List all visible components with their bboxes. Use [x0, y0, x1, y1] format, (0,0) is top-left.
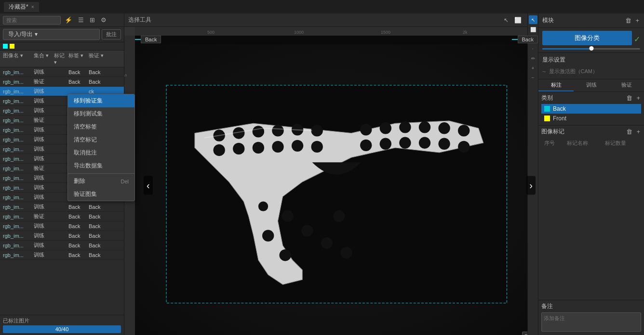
- nav-next-btn[interactable]: ›: [526, 176, 536, 195]
- category-front-color: [544, 116, 550, 121]
- category-add-icon[interactable]: +: [635, 94, 641, 102]
- td-set: 训练: [34, 145, 54, 153]
- annotation-tabs: 标注 训练 验证: [538, 79, 644, 92]
- classify-button[interactable]: 图像分类: [542, 31, 632, 45]
- marks-add-icon[interactable]: +: [635, 128, 641, 135]
- notes-section: 备注: [538, 300, 644, 335]
- tab-close-btn[interactable]: ×: [31, 4, 34, 10]
- ruler-mark-1500: 1500: [381, 30, 390, 35]
- header-set[interactable]: 集合 ▾: [34, 52, 54, 65]
- table-row[interactable]: rgb_im... 训练 Back Back: [0, 67, 124, 77]
- color-dot-cyan: [3, 44, 8, 49]
- import-export-button[interactable]: 导入/导出 ▾: [3, 29, 100, 40]
- classify-confirm-btn[interactable]: ✓: [634, 35, 640, 44]
- top-label-left: Back: [135, 36, 161, 43]
- brush-icon[interactable]: ✏: [529, 54, 537, 63]
- layout-icon[interactable]: ⊞: [88, 15, 97, 25]
- category-back[interactable]: Back: [541, 104, 641, 114]
- td-img: rgb_im...: [0, 69, 34, 75]
- cyan-bar-left: [135, 39, 141, 40]
- point-icon[interactable]: ·: [529, 44, 537, 53]
- search-input[interactable]: [3, 16, 61, 25]
- nav-prev-btn[interactable]: ‹: [144, 176, 153, 195]
- context-menu-item[interactable]: 清空标签: [68, 120, 134, 133]
- context-menu-item[interactable]: 移到验证集: [68, 94, 134, 107]
- svg-point-26: [282, 210, 293, 221]
- table-row[interactable]: rgb_im... 验证 Back Back: [0, 77, 124, 87]
- context-menu-item[interactable]: 验证图集: [68, 188, 134, 201]
- td-set: 训练: [34, 126, 54, 133]
- annotated-label: 已标注图片: [3, 317, 121, 324]
- td-set: 验证: [34, 213, 54, 220]
- image-viewport[interactable]: Back Back: [135, 36, 538, 335]
- context-menu-label: 移到测试集: [74, 110, 103, 118]
- td-set: 训练: [34, 97, 54, 104]
- svg-point-15: [379, 122, 391, 134]
- td-set: 验证: [34, 78, 54, 85]
- td-img: rgb_im...: [0, 233, 34, 239]
- td-set: 训练: [34, 136, 54, 143]
- svg-point-22: [399, 137, 411, 148]
- td-img: rgb_im...: [0, 194, 34, 200]
- sort-icon[interactable]: ☰: [76, 15, 86, 25]
- context-menu-item[interactable]: 取消批注: [68, 146, 134, 159]
- table-row[interactable]: rgb_im... 验证 Back Back: [0, 212, 124, 221]
- zoom-out-icon[interactable]: −: [529, 73, 537, 82]
- module-delete-icon[interactable]: 🗑: [624, 17, 632, 24]
- context-menu-label: 清空标记: [74, 136, 97, 144]
- module-add-icon[interactable]: +: [634, 17, 640, 24]
- td-img: rgb_im...: [0, 214, 34, 219]
- marks-delete-icon[interactable]: 🗑: [625, 128, 633, 135]
- table-row[interactable]: rgb_im... 训练 Back Back: [0, 202, 124, 212]
- table-row[interactable]: rgb_im... 训练 Back Back: [0, 221, 124, 231]
- svg-point-14: [360, 124, 372, 135]
- title-bar: 冷藏器* ×: [0, 0, 644, 13]
- header-tag1[interactable]: 标签 ▾: [68, 52, 89, 65]
- box-tool-btn[interactable]: ⬜: [512, 16, 523, 24]
- td-img: rgb_im...: [0, 137, 34, 142]
- filter-icon[interactable]: ⚡: [63, 15, 74, 25]
- title-tab[interactable]: 冷藏器* ×: [4, 2, 39, 12]
- table-row[interactable]: rgb_im... 训练 Back Back: [0, 241, 124, 250]
- context-menu-item[interactable]: 移到测试集: [68, 107, 134, 120]
- td-set: 训练: [34, 174, 54, 181]
- cursor-tool-btn[interactable]: ↖: [502, 16, 510, 24]
- notes-textarea[interactable]: [541, 312, 641, 332]
- classify-section: 图像分类 ✓: [538, 28, 644, 53]
- header-image[interactable]: 图像名 ▾: [0, 52, 34, 65]
- svg-point-24: [438, 138, 450, 149]
- td-tag2: Back: [89, 214, 109, 219]
- category-delete-icon[interactable]: 🗑: [625, 94, 633, 102]
- tab-annotate[interactable]: 标注: [538, 79, 574, 91]
- td-tag1: Back: [68, 243, 89, 248]
- context-menu-item[interactable]: 删除Del: [68, 175, 134, 188]
- header-mark[interactable]: 标记 ▾: [54, 52, 68, 65]
- td-img: rgb_im...: [0, 166, 34, 171]
- marks-col-name: 标记名称: [565, 139, 602, 148]
- svg-point-32: [258, 201, 268, 211]
- settings-icon[interactable]: ⚙: [99, 15, 108, 25]
- td-set: 训练: [34, 68, 54, 76]
- classify-slider[interactable]: [542, 48, 640, 50]
- table-row[interactable]: rgb_im... 训练 Back Back: [0, 231, 124, 241]
- table-row[interactable]: rgb_im... 训练 Back Back: [0, 250, 124, 260]
- td-img: rgb_im...: [0, 146, 34, 152]
- main-layout: ⚡ ☰ ⊞ ⚙ 导入/导出 ▾ 批注 图像名 ▾ 集合 ▾ 标记 ▾ 标签 ▾ …: [0, 13, 644, 335]
- annotate-button[interactable]: 批注: [102, 29, 121, 39]
- td-img: rgb_im...: [0, 252, 34, 258]
- tab-verify[interactable]: 验证: [609, 79, 644, 91]
- category-front[interactable]: Front: [541, 114, 641, 123]
- td-tag1: Back: [68, 69, 89, 75]
- left-panel: ⚡ ☰ ⊞ ⚙ 导入/导出 ▾ 批注 图像名 ▾ 集合 ▾ 标记 ▾ 标签 ▾ …: [0, 13, 124, 335]
- tab-train[interactable]: 训练: [574, 79, 609, 91]
- display-settings-section: 显示设置 ~ 显示激活图（CAM）: [538, 53, 644, 79]
- td-tag1: Back: [68, 223, 89, 229]
- context-menu-item[interactable]: 导出数据集: [68, 159, 134, 172]
- td-tag2: Back: [89, 252, 109, 258]
- header-tag2[interactable]: 验证 ▾: [89, 52, 109, 65]
- zoom-in-icon[interactable]: +: [529, 64, 537, 72]
- context-menu-label: 验证图集: [74, 190, 97, 198]
- context-menu-item[interactable]: 清空标记: [68, 133, 134, 146]
- td-set: 训练: [34, 107, 54, 114]
- progress-bar: 40/40: [3, 325, 121, 333]
